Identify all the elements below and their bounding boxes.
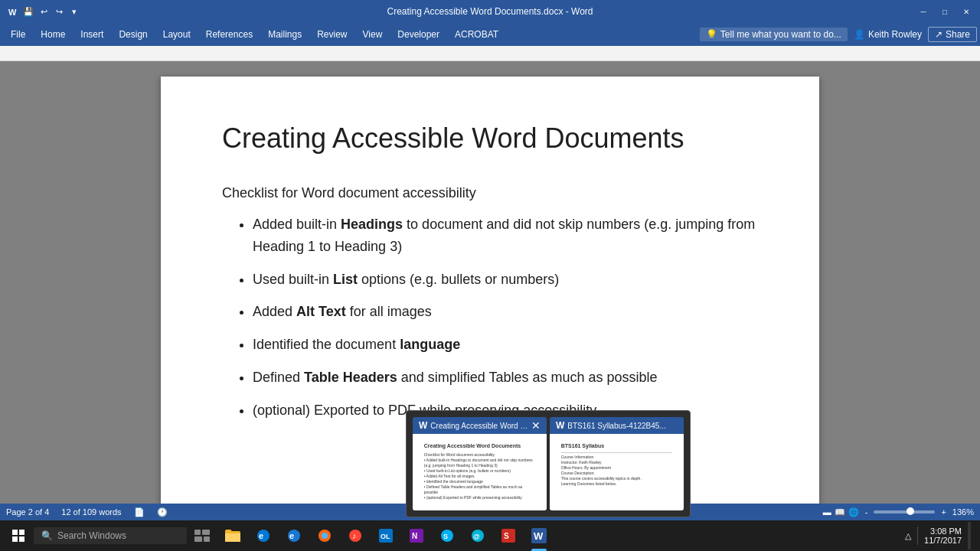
preview-line: Checklist for Word document accessibilit… [424, 452, 536, 458]
onenote-icon[interactable]: N [401, 520, 432, 551]
close-button[interactable]: ✕ [959, 4, 974, 19]
word-icon-1: W [419, 420, 427, 431]
preview-line: • Identified the document language [424, 479, 536, 484]
print-layout-icon[interactable]: ▬ [823, 507, 831, 517]
list-item: Used built-in List options (e.g. bullets… [253, 269, 758, 291]
menu-developer[interactable]: Developer [390, 26, 447, 43]
window-controls: ─ □ ✕ [916, 4, 974, 19]
menu-file[interactable]: File [3, 26, 33, 43]
menu-mailings[interactable]: Mailings [260, 26, 309, 43]
ie-icon[interactable]: e [279, 520, 309, 551]
svg-rect-3 [19, 530, 24, 535]
list-item-bold: language [400, 337, 460, 352]
task-view-button[interactable] [187, 520, 217, 551]
preview-line: Learning Outcomes listed below. [561, 481, 673, 487]
svg-rect-8 [194, 536, 202, 542]
preview-line: Office Hours: By appointment [561, 465, 673, 471]
list-item: Added Alt Text for all images [253, 301, 758, 323]
tell-me-box[interactable]: 💡 Tell me what you want to do... [700, 28, 848, 41]
word-taskbar-icon[interactable]: W [524, 520, 554, 551]
title-bar: W 💾 ↩ ↪ ▾ Creating Accessible Word Docum… [0, 0, 980, 23]
svg-text:♪: ♪ [352, 531, 357, 540]
zoom-in-icon[interactable]: + [941, 507, 946, 517]
menu-review[interactable]: Review [309, 26, 354, 43]
edit-mode-icon: 📄 [134, 507, 145, 517]
svg-text:e: e [289, 531, 294, 540]
some-icon[interactable]: @ [462, 520, 493, 551]
menu-bar: File Home Insert Design Layout Reference… [0, 23, 980, 46]
menu-references[interactable]: References [198, 26, 260, 43]
preview-line [561, 452, 673, 453]
word-count: 12 of 109 words [61, 507, 121, 517]
customize-qat-icon[interactable]: ▾ [67, 5, 81, 18]
user-area[interactable]: 👤 Keith Rowley [854, 29, 922, 40]
firefox-icon[interactable] [309, 520, 340, 551]
taskbar-word-popup: W Creating Accessible Word Docu... ✕ Cre… [406, 410, 691, 517]
svg-text:W: W [534, 530, 544, 542]
popup-doc-2: W BTS161 Syllabus-4122B45... BTS161 Syll… [550, 417, 684, 510]
ribbon [0, 46, 980, 61]
list-item-text-after: options (e.g. bullets or numbers) [358, 272, 559, 287]
menu-insert[interactable]: Insert [73, 26, 111, 43]
outlook-icon[interactable]: OL [371, 520, 401, 551]
preview-line: • Added built-in Headings to document an… [424, 458, 536, 468]
svg-rect-2 [12, 530, 18, 535]
page-info: Page 2 of 4 [6, 507, 49, 517]
preview-line: • Defined Table Headers and simplified T… [424, 484, 536, 495]
popup-preview-2[interactable]: BTS161 Syllabus Course Information Instr… [550, 434, 684, 510]
svg-text:S: S [504, 532, 509, 540]
share-button[interactable]: ↗ Share [928, 27, 977, 42]
start-button[interactable] [3, 520, 34, 551]
document-subtitle: Checklist for Word document accessibilit… [222, 185, 758, 201]
list-item-bold: Table Headers [304, 370, 397, 385]
menu-design[interactable]: Design [111, 26, 155, 43]
status-right: ▬ 📖 🌐 - + 136% [823, 507, 974, 517]
zoom-level[interactable]: 136% [952, 507, 974, 517]
svg-rect-9 [204, 536, 210, 542]
list-item-text-after: for all images [346, 304, 432, 319]
popup-header-1: W Creating Accessible Word Docu... ✕ [413, 417, 547, 434]
menu-layout[interactable]: Layout [155, 26, 198, 43]
popup-preview-1[interactable]: Creating Accessible Word Documents Check… [413, 434, 547, 510]
redo-icon[interactable]: ↪ [52, 5, 66, 18]
share-icon: ↗ [935, 29, 942, 40]
svg-text:e: e [259, 531, 263, 540]
list-item-bold: List [333, 272, 358, 287]
list-item-text-before: Added built-in [253, 217, 341, 232]
menu-home[interactable]: Home [33, 26, 73, 43]
undo-icon[interactable]: ↩ [37, 5, 51, 18]
edge-icon[interactable]: e [248, 520, 279, 551]
sway-icon[interactable]: S [493, 520, 524, 551]
svg-rect-4 [12, 536, 18, 542]
minimize-button[interactable]: ─ [916, 4, 931, 19]
list-item: Identified the document language [253, 334, 758, 356]
svg-text:N: N [412, 532, 417, 540]
svg-rect-10 [225, 533, 240, 542]
preview-title-1: Creating Accessible Word Documents [424, 442, 536, 450]
read-mode-icon[interactable]: 📖 [835, 507, 845, 517]
list-item-text-after: and simplified Tables as much as possibl… [397, 370, 658, 385]
search-icon: 🔍 [41, 530, 53, 541]
file-explorer-icon[interactable] [217, 520, 248, 551]
zoom-slider[interactable] [874, 510, 935, 514]
itunes-icon[interactable]: ♪ [340, 520, 371, 551]
popup-close-1[interactable]: ✕ [531, 420, 541, 431]
popup-title-2: BTS161 Syllabus-4122B45... [567, 422, 665, 430]
popup-title-1: Creating Accessible Word Docu... [430, 422, 530, 430]
svg-rect-6 [194, 530, 201, 535]
zoom-out-icon[interactable]: - [865, 507, 868, 517]
web-layout-icon[interactable]: 🌐 [848, 507, 859, 517]
save-icon[interactable]: 💾 [21, 5, 35, 18]
svg-text:@: @ [473, 533, 480, 540]
preview-line: This course covers accessibility topics … [561, 476, 673, 481]
skype-icon[interactable]: S [432, 520, 462, 551]
restore-button[interactable]: □ [937, 4, 952, 19]
taskbar-search[interactable]: 🔍 Search Windows [34, 527, 187, 544]
share-label: Share [946, 29, 970, 40]
list-item-text-before: Identified the document [253, 337, 400, 352]
menu-acrobat[interactable]: ACROBAT [447, 26, 506, 43]
preview-line: • Used built-in List options (e.g. bulle… [424, 468, 536, 474]
show-desktop-button[interactable] [968, 522, 971, 549]
list-item-text-before: Added [253, 304, 296, 319]
menu-view[interactable]: View [355, 26, 390, 43]
